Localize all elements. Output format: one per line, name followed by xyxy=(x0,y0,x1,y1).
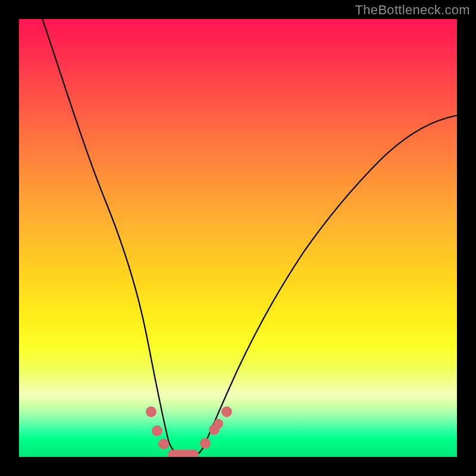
marker-dot xyxy=(200,438,211,449)
bottleneck-curve-line xyxy=(42,19,457,455)
marker-dot xyxy=(158,439,169,449)
marker-flat-segment xyxy=(168,450,199,457)
marker-dot xyxy=(152,425,162,436)
marker-dot xyxy=(221,406,232,417)
bottleneck-curve-svg xyxy=(19,19,457,457)
watermark-text: TheBottleneck.com xyxy=(355,2,470,18)
marker-dot xyxy=(214,419,223,428)
plot-area xyxy=(19,19,457,457)
highlighted-markers xyxy=(146,406,232,457)
marker-dot xyxy=(146,406,156,417)
chart-stage: TheBottleneck.com xyxy=(0,0,476,476)
